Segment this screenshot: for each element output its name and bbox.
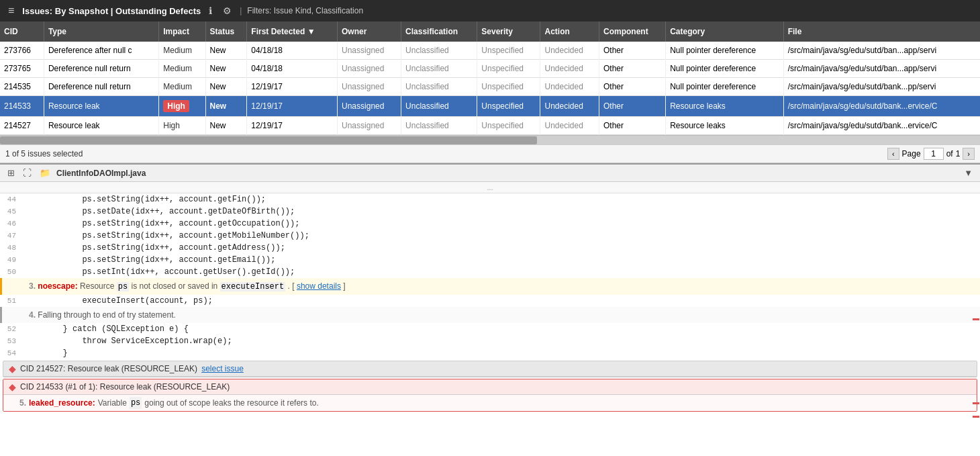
table-row[interactable]: 214527 Resource leak High New 12/19/17 U… (0, 117, 980, 135)
col-action[interactable]: Action (540, 21, 599, 42)
col-severity[interactable]: Severity (477, 21, 540, 42)
code-line-53: 53 throw ServiceException.wrap(e); (0, 335, 980, 347)
cell-owner: Unassigned (338, 117, 401, 135)
cell-classification: Unclassified (401, 96, 477, 117)
scrollbar-thumb[interactable] (0, 136, 537, 144)
horizontal-scrollbar[interactable] (0, 135, 980, 144)
issue-primary-title: CID 214533 (#1 of 1): Resource leak (RES… (20, 382, 230, 392)
page-label: Page (902, 149, 921, 158)
code-toolbar: ⊞ ⛶ 📁 ClientInfoDAOImpl.java ▼ (0, 163, 980, 182)
filter-label: Filters: Issue Kind, Classification (247, 6, 363, 15)
col-component[interactable]: Component (599, 21, 666, 42)
cell-cid: 214535 (0, 78, 44, 96)
cell-type: Dereference null return (44, 60, 158, 78)
col-type[interactable]: Type (44, 21, 158, 42)
table-body: 273766 Dereference after null c Medium N… (0, 42, 980, 135)
cell-file: /src/main/java/sg/edu/sutd/bank...ervice… (783, 96, 980, 117)
cell-cid: 214533 (0, 96, 44, 117)
sort-icon: ▼ (307, 27, 315, 36)
cell-impact: High (159, 117, 205, 135)
folder-button[interactable]: 📁 (38, 167, 52, 179)
cell-first-detected: 12/19/17 (247, 117, 338, 135)
annotation-3: 3. noescape: Resource ps is not closed o… (0, 278, 980, 295)
code-line-45: 45 ps.setDate(idx++, account.getDateOfBi… (0, 206, 980, 218)
cell-file: /src/main/java/sg/edu/sutd/ban...app/ser… (783, 42, 980, 60)
cell-cid: 273766 (0, 42, 44, 60)
col-category[interactable]: Category (666, 21, 784, 42)
code-scroll-markers[interactable] (972, 193, 980, 456)
cell-cid: 214527 (0, 117, 44, 135)
next-page-button[interactable]: › (963, 148, 975, 160)
table-row[interactable]: 273766 Dereference after null c Medium N… (0, 42, 980, 60)
cell-component: Other (599, 42, 666, 60)
cell-component: Other (599, 96, 666, 117)
code-line-52: 52 } catch (SQLException e) { (0, 323, 980, 335)
cell-component: Other (599, 60, 666, 78)
panel-dropdown-button[interactable]: ▼ (962, 167, 975, 179)
cell-action: Undecided (540, 60, 599, 78)
pagination-controls: ‹ Page of 1 › (887, 148, 975, 160)
cell-type: Resource leak (44, 96, 158, 117)
cell-action: Undecided (540, 78, 599, 96)
col-cid[interactable]: CID (0, 21, 44, 42)
cell-category: Null pointer dereference (666, 42, 784, 60)
cell-owner: Unassigned (338, 96, 401, 117)
issue-diamond-filled: ◆ (9, 381, 16, 392)
issue-secondary-title: CID 214527: Resource leak (RESOURCE_LEAK… (20, 364, 197, 373)
col-status[interactable]: Status (205, 21, 247, 42)
cell-severity: Unspecified (477, 117, 540, 135)
col-file[interactable]: File (783, 21, 980, 42)
col-first-detected[interactable]: First Detected ▼ (247, 21, 338, 42)
cell-action: Undecided (540, 117, 599, 135)
code-line-48: 48 ps.setString(idx++, account.getAddres… (0, 242, 980, 254)
cell-file: /src/main/java/sg/edu/sutd/bank...pp/ser… (783, 78, 980, 96)
info-button[interactable]: ℹ (206, 4, 215, 17)
issue-diamond-hollow: ◆ (9, 363, 16, 374)
issue-box-primary-header: ◆ CID 214533 (#1 of 1): Resource leak (R… (3, 379, 977, 395)
cell-cid: 273765 (0, 60, 44, 78)
cell-type: Dereference null return (44, 78, 158, 96)
cell-status: New (205, 42, 247, 60)
cell-type: Dereference after null c (44, 42, 158, 60)
scroll-marker-3 (973, 416, 979, 418)
cell-action: Undecided (540, 42, 599, 60)
scroll-marker-1 (973, 318, 979, 320)
code-line-49: 49 ps.setString(idx++, account.getEmail(… (0, 254, 980, 266)
expand-button[interactable]: ⛶ (21, 167, 34, 179)
code-divider: ... (0, 182, 980, 193)
cell-category: Null pointer dereference (666, 78, 784, 96)
cell-status: New (205, 78, 247, 96)
cell-impact: High (159, 96, 205, 117)
col-owner[interactable]: Owner (338, 21, 401, 42)
page-title: Issues: By Snapshot | Outstanding Defect… (22, 6, 201, 16)
code-body[interactable]: 44 ps.setString(idx++, account.getFin())… (0, 193, 980, 456)
code-panel: ⊞ ⛶ 📁 ClientInfoDAOImpl.java ▼ ... 44 ps… (0, 163, 980, 456)
issues-table-container: CID Type Impact Status First Detected ▼ … (0, 21, 980, 135)
cell-severity: Unspecified (477, 96, 540, 117)
page-number-input[interactable] (924, 148, 944, 160)
cell-component: Other (599, 78, 666, 96)
table-row[interactable]: 273765 Dereference null return Medium Ne… (0, 60, 980, 78)
col-impact[interactable]: Impact (159, 21, 205, 42)
pagination-row: 1 of 5 issues selected ‹ Page of 1 › (0, 144, 980, 163)
col-classification[interactable]: Classification (401, 21, 477, 42)
table-row[interactable]: 214533 Resource leak High New 12/19/17 U… (0, 96, 980, 117)
grid-view-button[interactable]: ⊞ (5, 167, 17, 179)
cell-first-detected: 12/19/17 (247, 78, 338, 96)
menu-button[interactable]: ≡ (5, 3, 17, 18)
table-row[interactable]: 214535 Dereference null return Medium Ne… (0, 78, 980, 96)
scroll-marker-2 (973, 402, 979, 404)
issue-box-secondary: ◆ CID 214527: Resource leak (RESOURCE_LE… (3, 361, 977, 377)
cell-file: /src/main/java/sg/edu/sutd/ban...app/ser… (783, 60, 980, 78)
cell-status: New (205, 96, 247, 117)
code-line-54: 54 } (0, 347, 980, 359)
code-line-47: 47 ps.setString(idx++, account.getMobile… (0, 230, 980, 242)
issues-table: CID Type Impact Status First Detected ▼ … (0, 21, 980, 135)
cell-impact: Medium (159, 78, 205, 96)
cell-type: Resource leak (44, 117, 158, 135)
select-issue-link[interactable]: select issue (201, 364, 244, 373)
cell-classification: Unclassified (401, 78, 477, 96)
settings-button[interactable]: ⚙ (220, 4, 234, 17)
show-details-link[interactable]: show details (297, 281, 341, 291)
prev-page-button[interactable]: ‹ (887, 148, 899, 160)
